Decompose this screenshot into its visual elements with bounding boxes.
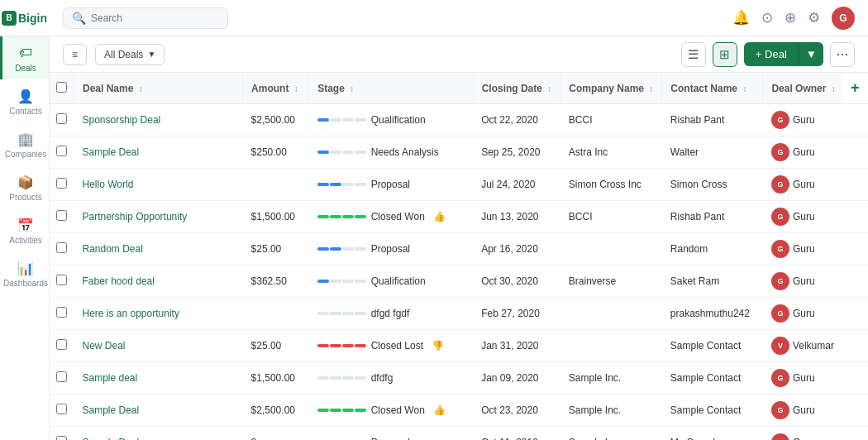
add-icon[interactable]: ⊕ [785, 9, 796, 26]
row-actions [844, 427, 868, 441]
sidebar-item-deals[interactable]: 🏷 Deals [0, 36, 49, 79]
contact-name-cell: Simon Cross [662, 169, 763, 201]
header-checkbox[interactable] [50, 73, 74, 104]
row-checkbox[interactable] [50, 265, 74, 298]
deal-name[interactable]: Sponsorship Deal [83, 114, 161, 126]
more-options-button[interactable]: ··· [830, 42, 855, 67]
deal-name-cell: Faber hood deal [74, 265, 243, 298]
row-select-checkbox[interactable] [56, 404, 67, 414]
deal-name[interactable]: Sample Deal [83, 437, 140, 440]
row-select-checkbox[interactable] [56, 371, 67, 382]
deal-name[interactable]: Sample deal [83, 372, 138, 384]
grid-view-button[interactable]: ⊞ [713, 42, 737, 67]
deal-name[interactable]: Partnership Opportunity [83, 211, 188, 222]
row-select-checkbox[interactable] [56, 275, 67, 285]
owner-avatar: G [771, 304, 789, 323]
select-all-checkbox[interactable] [56, 82, 67, 93]
deal-name[interactable]: Faber hood deal [83, 275, 155, 287]
owner-avatar: G [771, 143, 789, 161]
company-name-cell: Simon Cross Inc [560, 169, 662, 201]
filter-button[interactable]: ≡ [63, 44, 87, 65]
row-checkbox[interactable] [50, 298, 74, 330]
sidebar-item-contacts[interactable]: 👤 Contacts [0, 79, 49, 122]
avatar[interactable]: G [832, 7, 855, 30]
sidebar-label-activities: Activities [9, 236, 41, 245]
search-box[interactable]: 🔍 [63, 7, 228, 29]
company-name-cell: Astra Inc [560, 136, 662, 169]
header-deal-name[interactable]: Deal Name ↕ [74, 73, 243, 104]
stage-cell: Proposal [309, 427, 473, 441]
sidebar-item-dashboards[interactable]: 📊 Dashboards [0, 251, 49, 294]
row-checkbox[interactable] [50, 395, 74, 427]
search-input[interactable] [91, 12, 207, 24]
settings-icon[interactable]: ⚙ [808, 9, 820, 26]
row-checkbox[interactable] [50, 136, 74, 169]
row-select-checkbox[interactable] [56, 113, 67, 124]
header-contact-name[interactable]: Contact Name ↕ [662, 73, 763, 104]
deal-name[interactable]: Sample Deal [83, 404, 140, 416]
deal-name[interactable]: New Deal [83, 340, 126, 352]
filter-icon: ≡ [72, 49, 78, 60]
deal-name[interactable]: Here is an opportunity [83, 308, 179, 319]
owner-cell: G Guru [763, 298, 844, 330]
row-select-checkbox[interactable] [56, 242, 67, 253]
table-row: Sample Deal $250.00 Needs Analysis Sep 2… [50, 136, 868, 169]
owner-name: Guru [793, 308, 815, 319]
row-checkbox[interactable] [50, 330, 74, 362]
main-area: 🔍 🔔 ⊙ ⊕ ⚙ G ≡ All Deals ▼ ☰ ⊞ + Deal ▼ ·… [50, 0, 868, 440]
row-select-checkbox[interactable] [56, 307, 67, 318]
sort-arrow-stage: ↕ [350, 84, 354, 93]
row-select-checkbox[interactable] [56, 178, 67, 189]
row-checkbox[interactable] [50, 201, 74, 233]
deal-name-cell: New Deal [74, 330, 243, 362]
all-deals-button[interactable]: All Deals ▼ [95, 44, 165, 65]
sidebar-item-activities[interactable]: 📅 Activities [0, 208, 49, 251]
header-amount[interactable]: Amount ↕ [243, 73, 309, 104]
table-row: Faber hood deal $362.50 Qualification Oc… [50, 265, 868, 298]
owner-cell: G Guru [763, 104, 844, 136]
contact-name-cell: Rishab Pant [662, 201, 763, 233]
amount-cell: 0 [243, 427, 309, 441]
deal-name[interactable]: Hello World [83, 179, 134, 190]
sidebar-item-products[interactable]: 📦 Products [0, 165, 49, 208]
add-deal-dropdown[interactable]: ▼ [799, 42, 823, 66]
row-checkbox[interactable] [50, 427, 74, 441]
closing-date-cell: Oct 22, 2020 [473, 104, 560, 136]
stage-label: Qualification [371, 114, 426, 126]
row-actions [844, 136, 868, 169]
contact-name-cell: Mr. Sample [662, 427, 763, 441]
list-view-button[interactable]: ☰ [681, 42, 706, 67]
contact-name-cell: Walter [662, 136, 763, 169]
sidebar-label-deals: Deals [15, 64, 36, 73]
sidebar-item-companies[interactable]: 🏢 Companies [0, 122, 49, 165]
stage-cell: Closed Won 👍 [309, 395, 473, 427]
row-checkbox[interactable] [50, 362, 74, 395]
stage-cell: Qualification [309, 104, 473, 136]
add-column-button[interactable]: + [842, 73, 868, 104]
thumb-icon: 👍 [433, 404, 446, 416]
row-select-checkbox[interactable] [56, 146, 67, 156]
sidebar-label-products: Products [9, 193, 41, 202]
deal-name[interactable]: Sample Deal [83, 146, 140, 158]
company-name-cell: Sample Inc. [560, 427, 662, 441]
header-stage[interactable]: Stage ↕ [309, 73, 473, 104]
row-checkbox[interactable] [50, 169, 74, 201]
topbar-icons: 🔔 ⊙ ⊕ ⚙ G [732, 7, 855, 30]
row-select-checkbox[interactable] [56, 436, 67, 440]
row-select-checkbox[interactable] [56, 210, 67, 221]
header-deal-owner[interactable]: Deal Owner ↕ [763, 73, 844, 104]
deal-name[interactable]: Random Deal [83, 243, 143, 255]
add-deal-button[interactable]: + Deal [744, 42, 799, 66]
stage-cell: Qualification [309, 265, 473, 298]
stage-label: Closed Won [371, 211, 425, 222]
row-select-checkbox[interactable] [56, 339, 67, 350]
header-company-name[interactable]: Company Name ↕ [560, 73, 662, 104]
row-checkbox[interactable] [50, 233, 74, 265]
help-icon[interactable]: ⊙ [761, 9, 773, 26]
deal-name-cell: Hello World [74, 169, 243, 201]
companies-icon: 🏢 [17, 131, 34, 147]
row-checkbox[interactable] [50, 104, 74, 136]
owner-name: Guru [793, 372, 815, 384]
notification-icon[interactable]: 🔔 [732, 9, 750, 26]
header-closing-date[interactable]: Closing Date ↕ [473, 73, 560, 104]
